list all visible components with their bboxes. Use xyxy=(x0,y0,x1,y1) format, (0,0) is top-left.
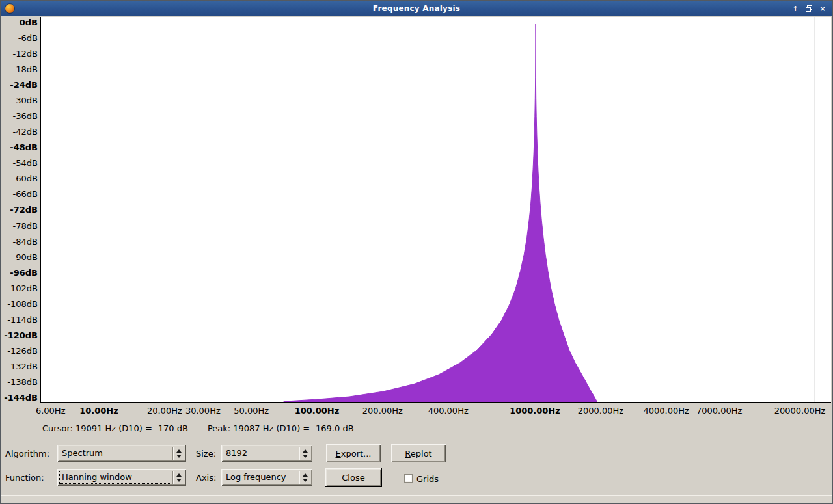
grids-checkbox[interactable] xyxy=(404,474,413,483)
titlebar-buttons: ↑ × xyxy=(791,4,827,13)
y-tick-label: -30dB xyxy=(0,96,38,106)
x-tick-label: 1000.00Hz xyxy=(506,406,564,416)
y-tick-label: -42dB xyxy=(0,127,38,137)
spinner-icon[interactable] xyxy=(299,447,310,460)
spectrum-svg xyxy=(41,17,831,402)
x-tick-label: 20000.00Hz xyxy=(771,406,829,416)
x-tick-label: 50.00Hz xyxy=(222,406,280,416)
size-label: Size: xyxy=(196,449,216,458)
algorithm-label: Algorithm: xyxy=(5,449,49,458)
function-value: Hanning window xyxy=(62,472,132,482)
grids-label: Grids xyxy=(416,474,439,484)
x-tick-label: 4000.00Hz xyxy=(637,406,696,416)
restore-icon[interactable] xyxy=(804,4,813,13)
function-select[interactable]: Hanning window xyxy=(57,469,186,486)
axis-select[interactable]: Log frequency xyxy=(221,469,312,486)
axis-value: Log frequency xyxy=(226,472,286,482)
spinner-icon[interactable] xyxy=(299,471,310,484)
y-tick-label: -96dB xyxy=(0,268,38,278)
spinner-icon[interactable] xyxy=(172,471,184,484)
close-icon[interactable]: × xyxy=(818,4,827,13)
y-tick-label: -138dB xyxy=(0,377,38,388)
arrow-up-icon xyxy=(303,449,308,453)
peak-readout: Peak: 19087 Hz (D10) = -169.0 dB xyxy=(208,423,354,433)
export-label-key: E xyxy=(336,449,341,458)
x-tick-label: 100.00Hz xyxy=(288,406,346,416)
y-tick-label: -66dB xyxy=(0,189,38,200)
y-tick-label: -54dB xyxy=(0,158,38,168)
arrow-up-icon xyxy=(176,473,182,477)
y-tick-label: -6dB xyxy=(0,33,38,44)
y-tick-label: -90dB xyxy=(0,252,38,263)
y-tick-label: -36dB xyxy=(0,111,38,122)
y-tick-label: -78dB xyxy=(0,221,38,232)
replot-button[interactable]: Replot xyxy=(391,444,446,462)
x-tick-label: 10.00Hz xyxy=(70,406,128,416)
spectrum-plot[interactable] xyxy=(40,17,831,403)
y-tick-label: -84dB xyxy=(0,237,38,247)
frequency-analysis-window: Frequency Analysis ↑ × 0dB-6dB-12dB-18dB… xyxy=(0,0,833,504)
y-tick-label: -114dB xyxy=(0,315,38,325)
y-tick-label: -60dB xyxy=(0,174,38,184)
arrow-down-icon xyxy=(176,479,182,482)
y-tick-label: 0dB xyxy=(0,18,38,28)
spinner-icon[interactable] xyxy=(172,447,184,460)
y-tick-label: -102dB xyxy=(0,284,38,294)
x-tick-label: 7000.00Hz xyxy=(690,406,748,416)
readout-line: Cursor: 19091 Hz (D10) = -170 dBPeak: 19… xyxy=(42,423,354,433)
y-tick-label: -132dB xyxy=(0,362,38,372)
x-tick-label: 400.00Hz xyxy=(419,406,478,416)
arrow-up-icon xyxy=(303,473,308,477)
y-tick-label: -72dB xyxy=(0,205,38,215)
arrow-up-icon xyxy=(176,449,182,453)
y-tick-label: -120dB xyxy=(0,330,38,341)
axis-label: Axis: xyxy=(196,473,216,483)
app-icon xyxy=(5,4,14,13)
titlebar[interactable]: Frequency Analysis ↑ × xyxy=(1,1,832,16)
export-label-rest: xport... xyxy=(341,449,372,458)
close-button[interactable]: Close xyxy=(325,468,382,487)
arrow-down-icon xyxy=(303,455,308,458)
size-value: 8192 xyxy=(226,448,247,458)
y-tick-label: -126dB xyxy=(0,346,38,356)
resize-strip[interactable] xyxy=(1,495,832,503)
x-tick-label: 2000.00Hz xyxy=(571,406,630,416)
window-title: Frequency Analysis xyxy=(1,4,832,13)
close-label: Close xyxy=(342,473,364,483)
x-tick-label: 200.00Hz xyxy=(353,406,412,416)
function-label: Function: xyxy=(5,473,44,483)
export-button[interactable]: Export... xyxy=(326,444,381,462)
y-tick-label: -24dB xyxy=(0,80,38,90)
y-tick-label: -18dB xyxy=(0,64,38,75)
size-select[interactable]: 8192 xyxy=(221,445,312,462)
shade-icon[interactable]: ↑ xyxy=(791,4,800,13)
replot-label-rest: eplot xyxy=(411,449,432,458)
algorithm-value: Spectrum xyxy=(62,448,103,458)
y-tick-label: -144dB xyxy=(0,393,38,403)
arrow-down-icon xyxy=(176,455,182,458)
y-tick-label: -12dB xyxy=(0,49,38,59)
cursor-readout: Cursor: 19091 Hz (D10) = -170 dB xyxy=(42,423,188,433)
arrow-down-icon xyxy=(303,479,308,482)
y-tick-label: -48dB xyxy=(0,142,38,153)
y-tick-label: -108dB xyxy=(0,299,38,310)
replot-label-key: R xyxy=(405,449,410,458)
algorithm-select[interactable]: Spectrum xyxy=(57,445,186,462)
restore-glyph-front xyxy=(806,7,811,12)
